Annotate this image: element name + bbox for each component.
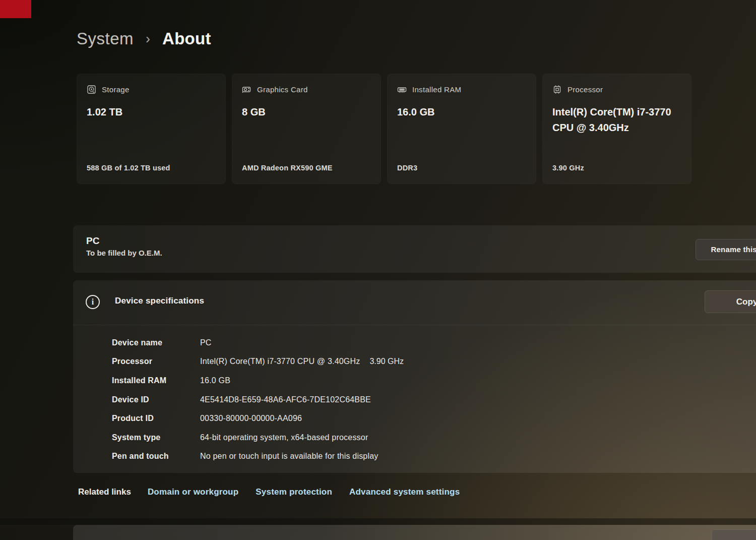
spec-value-extra: 3.90 GHz xyxy=(369,357,404,366)
copy-device-specs-button[interactable]: Copy xyxy=(705,290,756,313)
breadcrumb-separator-icon: › xyxy=(146,31,150,47)
table-row: Device name PC xyxy=(112,333,756,352)
info-icon: i xyxy=(86,295,100,309)
rename-pc-button[interactable]: Rename this PC xyxy=(696,239,756,260)
page-title: About xyxy=(162,29,211,48)
table-row: System type 64-bit operating system, x64… xyxy=(112,428,756,447)
oem-text: To be filled by O.E.M. xyxy=(86,249,756,257)
graphics-card-card: Graphics Card 8 GB AMD Radeon RX590 GME xyxy=(232,74,381,184)
device-specifications-header[interactable]: i Device specifications Copy xyxy=(73,280,756,325)
spec-label: Device ID xyxy=(112,395,200,404)
copy-windows-specs-button[interactable]: Copy xyxy=(712,529,756,540)
spec-value: No pen or touch input is available for t… xyxy=(200,452,379,461)
graphics-card-label: Graphics Card xyxy=(257,85,308,94)
spec-value: 4E5414D8-E659-48A6-AFC6-7DE102C64BBE xyxy=(200,395,371,404)
gpu-icon xyxy=(242,85,251,94)
breadcrumb: System › About xyxy=(77,29,211,48)
spec-label: Pen and touch xyxy=(112,452,200,461)
installed-ram-detail: DDR3 xyxy=(397,164,417,172)
storage-card: Storage 1.02 TB 588 GB of 1.02 TB used xyxy=(77,74,226,184)
table-row: Processor Intel(R) Core(TM) i7-3770 CPU … xyxy=(112,352,756,372)
related-links-title: Related links xyxy=(78,487,131,497)
device-specifications-title: Device specifications xyxy=(115,296,204,306)
spec-value: 64-bit operating system, x64-based proce… xyxy=(200,433,368,442)
spec-label: Installed RAM xyxy=(112,376,200,385)
storage-icon xyxy=(87,85,96,94)
breadcrumb-system[interactable]: System xyxy=(77,29,134,48)
storage-card-label: Storage xyxy=(102,85,130,94)
corner-indicator xyxy=(0,0,31,18)
link-system-protection[interactable]: System protection xyxy=(256,487,332,497)
table-row: Pen and touch No pen or touch input is a… xyxy=(112,447,756,466)
table-row: Product ID 00330-80000-00000-AA096 xyxy=(112,409,756,428)
processor-card-label: Processor xyxy=(568,85,603,94)
stat-cards-row: Storage 1.02 TB 588 GB of 1.02 TB used G… xyxy=(77,74,691,184)
spec-label: Device name xyxy=(112,338,200,347)
spec-value: 00330-80000-00000-AA096 xyxy=(200,414,302,423)
spec-value: 16.0 GB xyxy=(200,376,230,385)
link-advanced-system-settings[interactable]: Advanced system settings xyxy=(349,487,460,497)
processor-card-value: Intel(R) Core(TM) i7-3770 CPU @ 3.40GHz xyxy=(552,104,673,136)
device-name: PC xyxy=(86,235,756,247)
link-domain-or-workgroup[interactable]: Domain or workgroup xyxy=(148,487,238,497)
device-specifications-table: Device name PC Processor Intel(R) Core(T… xyxy=(73,325,756,466)
section-divider xyxy=(0,518,756,525)
settings-about-page: System › About Storage 1.02 TB 588 GB of… xyxy=(0,0,756,540)
processor-card-detail: 3.90 GHz xyxy=(552,164,584,172)
spec-value: Intel(R) Core(TM) i7-3770 CPU @ 3.40GHz xyxy=(200,357,360,366)
graphics-card-detail: AMD Radeon RX590 GME xyxy=(242,164,333,172)
related-links-row: Related links Domain or workgroup System… xyxy=(78,487,477,497)
windows-specifications-card: Copy xyxy=(73,525,756,540)
installed-ram-label: Installed RAM xyxy=(412,85,461,94)
graphics-card-value: 8 GB xyxy=(242,104,363,120)
spec-label: Processor xyxy=(112,357,200,366)
storage-card-detail: 588 GB of 1.02 TB used xyxy=(87,164,170,172)
installed-ram-value: 16.0 GB xyxy=(397,104,518,120)
cpu-icon xyxy=(552,85,562,94)
spec-label: System type xyxy=(112,433,200,442)
installed-ram-card: Installed RAM 16.0 GB DDR3 xyxy=(387,74,536,184)
table-row: Device ID 4E5414D8-E659-48A6-AFC6-7DE102… xyxy=(112,390,756,409)
processor-card: Processor Intel(R) Core(TM) i7-3770 CPU … xyxy=(542,74,691,184)
pc-name-card: PC To be filled by O.E.M. Rename this PC xyxy=(73,225,756,273)
device-specifications-card: i Device specifications Copy Device name… xyxy=(73,280,756,473)
spec-value: PC xyxy=(200,338,212,347)
storage-card-value: 1.02 TB xyxy=(87,104,208,120)
table-row: Installed RAM 16.0 GB xyxy=(112,371,756,390)
spec-label: Product ID xyxy=(112,414,200,423)
ram-icon xyxy=(397,85,407,94)
